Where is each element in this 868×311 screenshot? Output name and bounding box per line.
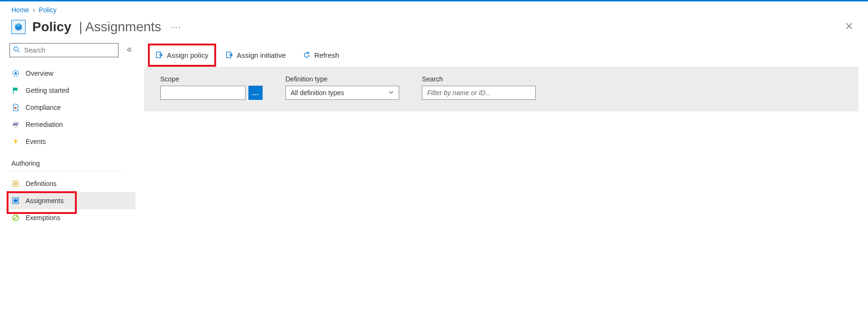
sidebar-item-compliance[interactable]: Compliance bbox=[9, 99, 136, 116]
sidebar-item-label: Remediation bbox=[26, 121, 63, 128]
search-icon bbox=[13, 46, 20, 54]
scope-browse-button[interactable]: ... bbox=[248, 86, 263, 100]
search-label: Search bbox=[422, 75, 536, 83]
exemptions-icon bbox=[11, 213, 20, 222]
refresh-icon bbox=[303, 51, 311, 59]
sidebar-item-definitions[interactable]: Definitions bbox=[9, 175, 136, 192]
chevron-double-left-icon bbox=[126, 46, 133, 53]
filter-scope: Scope ... bbox=[160, 75, 263, 100]
page-subtitle: Assignments bbox=[85, 19, 161, 35]
sidebar-item-label: Overview bbox=[26, 70, 53, 77]
flag-icon bbox=[11, 86, 20, 95]
assign-policy-button[interactable]: Assign policy bbox=[150, 48, 214, 62]
main-content: Assign policy Assign initiative Refresh … bbox=[136, 43, 868, 111]
toolbar-label: Assign policy bbox=[167, 51, 209, 59]
assign-initiative-button[interactable]: Assign initiative bbox=[220, 48, 292, 62]
breadcrumb-separator: › bbox=[33, 6, 35, 14]
sidebar-item-label: Assignments bbox=[26, 197, 64, 204]
svg-line-15 bbox=[14, 216, 18, 220]
svg-line-5 bbox=[18, 51, 19, 53]
sidebar-item-assignments[interactable]: Assignments bbox=[9, 192, 136, 209]
sidebar-item-getting-started[interactable]: Getting started bbox=[9, 82, 136, 99]
sidebar-item-label: Events bbox=[26, 138, 46, 145]
sidebar-item-label: Definitions bbox=[26, 180, 56, 187]
breadcrumb-home[interactable]: Home bbox=[11, 6, 29, 14]
filter-definition-type: Definition type All definition types bbox=[285, 75, 399, 100]
sidebar: Overview Getting started Compliance Reme… bbox=[0, 43, 136, 226]
sidebar-item-overview[interactable]: Overview bbox=[9, 65, 136, 82]
chevron-down-icon bbox=[388, 89, 394, 97]
definitions-icon bbox=[11, 179, 20, 188]
assignments-icon bbox=[11, 196, 20, 205]
breadcrumb-current[interactable]: Policy bbox=[39, 6, 56, 14]
more-button[interactable]: ··· bbox=[172, 22, 182, 32]
toolbar: Assign policy Assign initiative Refresh bbox=[144, 43, 868, 67]
document-icon bbox=[11, 103, 20, 112]
lightning-icon bbox=[11, 137, 20, 146]
sidebar-item-remediation[interactable]: Remediation bbox=[9, 116, 136, 133]
sidebar-item-label: Exemptions bbox=[26, 214, 60, 222]
assign-icon bbox=[155, 51, 163, 59]
sidebar-item-events[interactable]: Events bbox=[9, 133, 136, 150]
close-button[interactable] bbox=[842, 19, 856, 35]
sidebar-item-exemptions[interactable]: Exemptions bbox=[9, 209, 136, 226]
svg-point-4 bbox=[14, 47, 18, 51]
scope-input[interactable] bbox=[160, 86, 246, 100]
sidebar-item-label: Getting started bbox=[26, 87, 69, 94]
sidebar-search[interactable] bbox=[9, 43, 119, 57]
scope-label: Scope bbox=[160, 75, 263, 83]
svg-point-8 bbox=[15, 107, 17, 109]
filter-search: Search bbox=[422, 75, 536, 100]
filter-search-input[interactable] bbox=[422, 86, 536, 100]
assign-icon bbox=[226, 51, 233, 59]
sidebar-item-label: Compliance bbox=[26, 104, 61, 111]
definition-type-label: Definition type bbox=[285, 75, 399, 83]
remediation-icon bbox=[11, 120, 20, 129]
overview-icon bbox=[11, 69, 20, 78]
collapse-sidebar-button[interactable] bbox=[124, 44, 135, 56]
filter-bar: Scope ... Definition type All definition… bbox=[144, 67, 859, 111]
toolbar-label: Assign initiative bbox=[237, 51, 286, 59]
title-divider: | bbox=[79, 19, 82, 35]
page-title: Policy bbox=[32, 19, 71, 35]
definition-type-value: All definition types bbox=[291, 89, 344, 97]
sidebar-section-authoring: Authoring bbox=[9, 150, 124, 171]
breadcrumb: Home › Policy bbox=[0, 1, 868, 18]
close-icon bbox=[845, 22, 853, 30]
refresh-button[interactable]: Refresh bbox=[297, 48, 345, 62]
svg-marker-11 bbox=[14, 182, 18, 186]
svg-marker-13 bbox=[14, 199, 18, 203]
toolbar-label: Refresh bbox=[314, 51, 339, 59]
policy-icon bbox=[11, 20, 26, 34]
definition-type-select[interactable]: All definition types bbox=[285, 86, 399, 100]
page-header: Policy | Assignments ··· bbox=[0, 18, 868, 43]
svg-point-7 bbox=[15, 72, 17, 75]
sidebar-search-input[interactable] bbox=[9, 43, 119, 57]
